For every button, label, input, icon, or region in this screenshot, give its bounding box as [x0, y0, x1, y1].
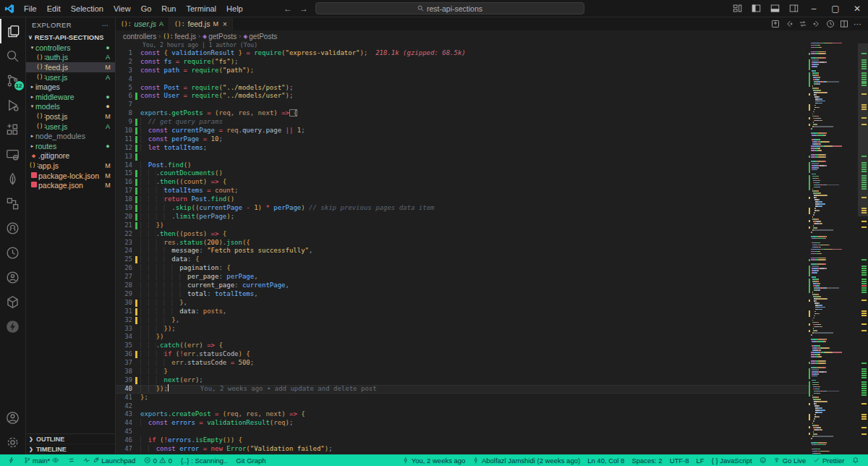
menu-view[interactable]: View	[109, 4, 136, 13]
status-encoding[interactable]: UTF-8	[666, 457, 693, 465]
line-number: 22	[116, 230, 132, 239]
tree-item-user-js[interactable]: (): user.js A	[26, 72, 115, 82]
status-blame-author[interactable]: Abolfazl Jamshidi (2 weeks ago)	[469, 457, 584, 465]
tree-item-middleware[interactable]: ▸ middleware ●	[26, 92, 115, 102]
activity-account[interactable]	[0, 405, 26, 430]
timeline-icon[interactable]	[826, 20, 835, 28]
tree-item-controllers[interactable]: ▾ controllers ●	[26, 43, 115, 53]
restore-button[interactable]: ▢	[825, 0, 846, 17]
compare-icon[interactable]	[799, 20, 807, 28]
status-gitlens-compare[interactable]	[64, 454, 79, 466]
menu-file[interactable]: File	[19, 4, 42, 13]
status-prettier[interactable]: Prettier	[809, 457, 848, 465]
activity-source-control[interactable]: 12	[0, 68, 26, 93]
next-change-icon[interactable]	[812, 20, 821, 28]
status-notifications[interactable]	[848, 457, 863, 464]
tab-user-js[interactable]: (): user.js A	[116, 17, 169, 30]
activity-mongodb[interactable]	[0, 166, 26, 191]
tree-item-package-json[interactable]: package.json M	[26, 180, 115, 190]
command-center-search[interactable]: rest-api-sections	[315, 2, 584, 14]
minimize-button[interactable]: –	[803, 0, 825, 17]
activity-extensions[interactable]	[0, 117, 26, 142]
line-number: 21	[116, 221, 132, 230]
status-cursor-position[interactable]: Ln 40, Col 8	[584, 457, 628, 465]
tree-item-auth-js[interactable]: (): auth.js A	[26, 53, 115, 63]
forward-arrow[interactable]: →	[299, 4, 308, 14]
status-eol[interactable]: LF	[693, 457, 708, 465]
customize-layout-icon[interactable]	[728, 0, 746, 17]
activity-run-and-debug[interactable]	[0, 93, 26, 117]
status-launchpad[interactable]: Launchpad	[80, 454, 139, 466]
status-problems[interactable]: 0 0	[140, 454, 176, 466]
breadcrumb-item[interactable]: (): feed.js	[163, 33, 196, 41]
check-icon	[813, 457, 820, 464]
tree-item-routes[interactable]: ▸ routes ●	[26, 141, 115, 151]
tree-item-app-js[interactable]: (): app.js M	[26, 161, 115, 171]
menu-go[interactable]: Go	[136, 4, 157, 13]
menu-run[interactable]: Run	[156, 4, 181, 13]
sidebar-bottom-sections: ❯ OUTLINE❯ TIMELINE	[26, 433, 115, 454]
line-number: 2	[116, 58, 132, 67]
close-tab-icon[interactable]: ×	[223, 20, 227, 28]
workspace-section[interactable]: ∨ REST-API-SECTIONS	[26, 32, 115, 43]
activity-docker[interactable]	[0, 289, 26, 314]
status-scanning[interactable]: {..} : Scanning..	[177, 454, 231, 466]
activity-explorer[interactable]	[0, 19, 26, 43]
more-actions-icon[interactable]: ⋯	[854, 20, 862, 29]
gutter-change-marker	[135, 351, 137, 358]
tree-item-feed-js[interactable]: (): feed.js M	[26, 62, 115, 72]
section-timeline[interactable]: ❯ TIMELINE	[26, 444, 115, 454]
status-go-live[interactable]: Go Live	[770, 457, 809, 465]
toggle-primary-sidebar-icon[interactable]	[746, 0, 765, 17]
status-remote-indicator[interactable]	[4, 454, 19, 466]
breadcrumb-item[interactable]: ◈ getPosts	[243, 33, 277, 41]
breadcrumb-item[interactable]: controllers	[123, 33, 156, 41]
previous-change-icon[interactable]	[785, 20, 793, 28]
activity-live-preview[interactable]	[0, 142, 26, 166]
status-language-mode[interactable]: { } JavaScript	[708, 457, 756, 465]
status-feedback[interactable]	[756, 457, 770, 464]
activity-history[interactable]	[0, 240, 26, 265]
activity-profiles[interactable]	[0, 265, 26, 289]
activity-github[interactable]	[0, 216, 26, 240]
minimap[interactable]	[809, 42, 858, 454]
scrollbar[interactable]	[858, 43, 868, 216]
tree-item-user-js[interactable]: (): user.js A	[26, 122, 115, 132]
code-line: 41 };	[116, 394, 809, 402]
menu-selection[interactable]: Selection	[66, 4, 109, 13]
menu-edit[interactable]: Edit	[42, 4, 66, 13]
editor[interactable]: You, 2 hours ago | 1 author (You) 1 cons…	[116, 42, 868, 454]
open-changes-icon[interactable]	[771, 20, 780, 28]
close-button[interactable]: ✕	[846, 0, 868, 17]
tree-item-post-js[interactable]: (): post.js M	[26, 111, 115, 122]
activity-settings[interactable]	[0, 430, 26, 454]
tree-item-images[interactable]: ▸ images	[26, 82, 115, 92]
breadcrumb-item[interactable]: ◈ getPosts	[203, 33, 237, 41]
menu-terminal[interactable]: Terminal	[182, 4, 222, 13]
toggle-secondary-sidebar-icon[interactable]	[784, 0, 803, 17]
status-indentation[interactable]: Spaces: 2	[628, 457, 665, 465]
tab-feed-js[interactable]: (): feed.js M ×	[169, 17, 233, 30]
activity-thunder-client[interactable]	[0, 314, 26, 339]
tree-item-node-modules[interactable]: ▸ node_modules	[26, 131, 115, 141]
menu-help[interactable]: Help	[221, 4, 248, 13]
explorer-more-actions[interactable]: ⋯	[102, 21, 110, 29]
back-arrow[interactable]: ←	[284, 4, 292, 14]
code-line: 7	[116, 101, 809, 109]
tree-item-models[interactable]: ▾ models ●	[26, 102, 115, 112]
code-line: 33 });	[116, 325, 809, 334]
codelens-blame[interactable]: You, 2 hours ago | 1 author (You)	[116, 42, 809, 49]
split-editor-icon[interactable]	[840, 20, 848, 28]
status-git-branch[interactable]: main*	[20, 454, 63, 466]
status-blame-you[interactable]: You, 2 weeks ago	[399, 457, 469, 465]
tree-item--gitignore[interactable]: ◆ .gitignore	[26, 151, 115, 161]
code-line: 10 const currentPage = req.query.page ||…	[116, 127, 809, 135]
js-file-icon: ():	[36, 74, 46, 80]
activity-project-manager[interactable]	[0, 191, 26, 216]
toggle-panel-icon[interactable]	[765, 0, 784, 17]
section-outline[interactable]: ❯ OUTLINE	[26, 434, 115, 444]
tree-item-package-lock-json[interactable]: package-lock.json M	[26, 171, 115, 181]
activity-search[interactable]	[0, 43, 26, 68]
status-git-graph[interactable]: Git Graph	[232, 454, 269, 466]
line-number: 13	[116, 153, 132, 161]
